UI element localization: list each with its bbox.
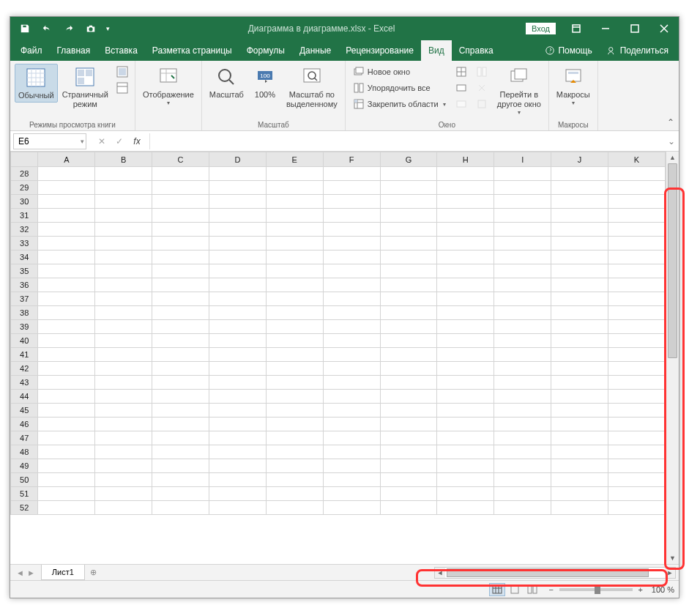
cell[interactable]: [38, 320, 95, 334]
cell[interactable]: [380, 431, 437, 445]
cell[interactable]: [266, 473, 323, 487]
zoom-in-icon[interactable]: +: [636, 585, 646, 594]
cell[interactable]: [494, 418, 551, 431]
cell[interactable]: [152, 390, 209, 404]
cell[interactable]: [95, 264, 152, 278]
normal-view-status-icon[interactable]: [489, 583, 505, 596]
cell[interactable]: [494, 334, 551, 348]
row-header[interactable]: 32: [11, 223, 38, 237]
cell[interactable]: [551, 195, 608, 209]
cell[interactable]: [152, 264, 209, 278]
cell[interactable]: [266, 334, 323, 348]
cell[interactable]: [209, 404, 266, 418]
cell[interactable]: [152, 251, 209, 264]
cell[interactable]: [323, 473, 380, 487]
cell[interactable]: [380, 459, 437, 473]
cell[interactable]: [437, 376, 494, 390]
cell[interactable]: [608, 223, 665, 237]
cell[interactable]: [38, 251, 95, 264]
cell[interactable]: [209, 431, 266, 445]
cell[interactable]: [380, 195, 437, 209]
row-header[interactable]: 31: [11, 209, 38, 223]
cell[interactable]: [95, 501, 152, 515]
page-layout-status-icon[interactable]: [507, 583, 523, 596]
cell[interactable]: [551, 418, 608, 431]
row-header[interactable]: 42: [11, 362, 38, 376]
cell[interactable]: [551, 473, 608, 487]
reset-window-icon[interactable]: [474, 96, 490, 112]
cell[interactable]: [608, 418, 665, 431]
cell[interactable]: [494, 431, 551, 445]
tab-insert[interactable]: Вставка: [97, 40, 145, 61]
cell[interactable]: [608, 195, 665, 209]
tab-review[interactable]: Рецензирование: [338, 40, 421, 61]
cell[interactable]: [209, 251, 266, 264]
cell[interactable]: [95, 404, 152, 418]
cell[interactable]: [38, 264, 95, 278]
cell[interactable]: [437, 181, 494, 195]
save-icon[interactable]: [15, 18, 35, 39]
cell[interactable]: [323, 223, 380, 237]
cell[interactable]: [380, 501, 437, 515]
cell[interactable]: [437, 487, 494, 501]
collapse-ribbon-icon[interactable]: ⌃: [667, 117, 674, 127]
cell[interactable]: [152, 404, 209, 418]
cell[interactable]: [95, 181, 152, 195]
row-header[interactable]: 29: [11, 181, 38, 195]
cell[interactable]: [380, 362, 437, 376]
cell[interactable]: [380, 278, 437, 292]
cell[interactable]: [380, 418, 437, 431]
cell[interactable]: [494, 209, 551, 223]
column-header[interactable]: F: [323, 152, 380, 167]
cell[interactable]: [266, 431, 323, 445]
select-all-corner[interactable]: [11, 152, 38, 167]
cell[interactable]: [266, 181, 323, 195]
cell[interactable]: [551, 362, 608, 376]
cell[interactable]: [551, 181, 608, 195]
cell[interactable]: [437, 306, 494, 320]
cell[interactable]: [152, 362, 209, 376]
cell[interactable]: [380, 390, 437, 404]
cell[interactable]: [266, 459, 323, 473]
cell[interactable]: [323, 362, 380, 376]
cell[interactable]: [95, 278, 152, 292]
zoom-button[interactable]: Масштаб: [206, 64, 247, 101]
cell[interactable]: [152, 237, 209, 251]
cell[interactable]: [209, 264, 266, 278]
cell[interactable]: [437, 334, 494, 348]
view-side-by-side-icon[interactable]: [474, 64, 490, 80]
cell[interactable]: [38, 348, 95, 362]
cell[interactable]: [437, 362, 494, 376]
cell[interactable]: [152, 445, 209, 459]
sheet-tab-1[interactable]: Лист1: [41, 565, 85, 580]
cell[interactable]: [38, 306, 95, 320]
vscroll-thumb[interactable]: [668, 163, 677, 358]
cell[interactable]: [266, 223, 323, 237]
vertical-scrollbar[interactable]: ▲ ▼: [666, 152, 679, 564]
undo-icon[interactable]: [37, 18, 57, 39]
cell[interactable]: [266, 320, 323, 334]
cell[interactable]: [38, 459, 95, 473]
cell[interactable]: [323, 445, 380, 459]
cell[interactable]: [608, 376, 665, 390]
cell[interactable]: [152, 195, 209, 209]
zoom-out-icon[interactable]: −: [546, 585, 556, 594]
cell[interactable]: [95, 390, 152, 404]
cell[interactable]: [323, 431, 380, 445]
cell[interactable]: [608, 292, 665, 306]
row-header[interactable]: 50: [11, 473, 38, 487]
cell[interactable]: [323, 459, 380, 473]
cell[interactable]: [551, 237, 608, 251]
column-header[interactable]: C: [152, 152, 209, 167]
cell[interactable]: [266, 237, 323, 251]
zoom-slider[interactable]: − +: [546, 585, 646, 594]
cell[interactable]: [38, 195, 95, 209]
page-break-preview-button[interactable]: Страничный режим: [59, 64, 111, 111]
cell[interactable]: [38, 209, 95, 223]
add-sheet-icon[interactable]: ⊕: [85, 565, 103, 580]
cell[interactable]: [38, 376, 95, 390]
cell[interactable]: [380, 376, 437, 390]
cell[interactable]: [323, 237, 380, 251]
cell[interactable]: [38, 390, 95, 404]
cell[interactable]: [608, 501, 665, 515]
